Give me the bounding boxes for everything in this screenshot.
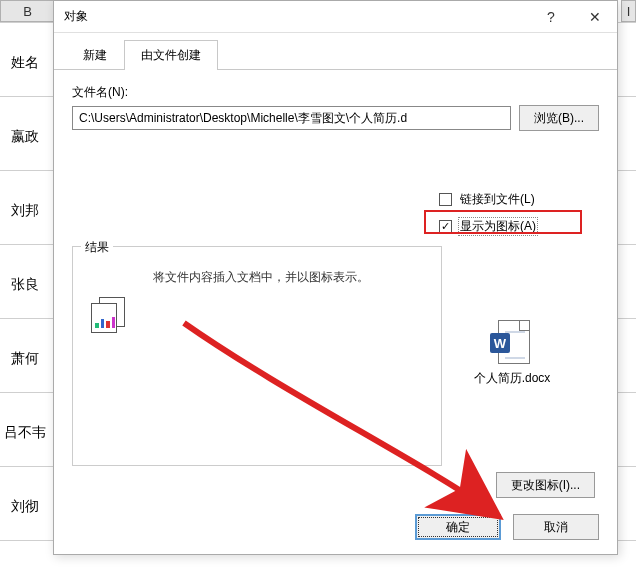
cell-name-5[interactable]: 吕不韦 [0,424,50,442]
cell-name-4[interactable]: 萧何 [0,350,50,368]
ok-button[interactable]: 确定 [415,514,501,540]
filename-label: 文件名(N): [72,84,599,101]
column-header-i[interactable]: I [621,0,636,22]
checkbox-icon [439,220,452,233]
dialog-title: 对象 [64,8,529,25]
file-icon-preview: W 个人简历.docx [467,320,557,387]
dialog-titlebar[interactable]: 对象 ? ✕ [54,1,617,33]
cell-name-1[interactable]: 嬴政 [0,128,50,146]
cell-name-6[interactable]: 刘彻 [0,498,50,516]
checkbox-icon [439,193,452,206]
change-icon-button[interactable]: 更改图标(I)... [496,472,595,498]
object-dialog: 对象 ? ✕ 新建 由文件创建 文件名(N): 浏览(B)... 链接到文件(L… [53,0,618,555]
column-header-b[interactable]: B [0,0,55,22]
cell-name-3[interactable]: 张良 [0,276,50,294]
cancel-button[interactable]: 取消 [513,514,599,540]
show-as-icon-label: 显示为图标(A) [458,217,538,236]
browse-button[interactable]: 浏览(B)... [519,105,599,131]
cell-name-0[interactable]: 姓名 [0,54,50,72]
help-button[interactable]: ? [529,2,573,32]
tab-from-file[interactable]: 由文件创建 [124,40,218,70]
result-groupbox: 结果 将文件内容插入文档中，并以图标表示。 [72,246,442,466]
preview-filename: 个人简历.docx [467,370,557,387]
link-to-file-label: 链接到文件(L) [458,190,537,209]
tab-new[interactable]: 新建 [66,40,124,70]
cell-name-2[interactable]: 刘邦 [0,202,50,220]
dialog-tabs: 新建 由文件创建 [54,33,617,70]
filename-input[interactable] [72,106,511,130]
link-to-file-checkbox[interactable]: 链接到文件(L) [439,190,599,209]
show-as-icon-checkbox[interactable]: 显示为图标(A) [439,217,599,236]
word-document-icon: W [494,320,530,364]
result-legend: 结果 [81,239,113,256]
result-preview-icon [91,297,131,337]
close-button[interactable]: ✕ [573,2,617,32]
result-description: 将文件内容插入文档中，并以图标表示。 [153,269,431,286]
